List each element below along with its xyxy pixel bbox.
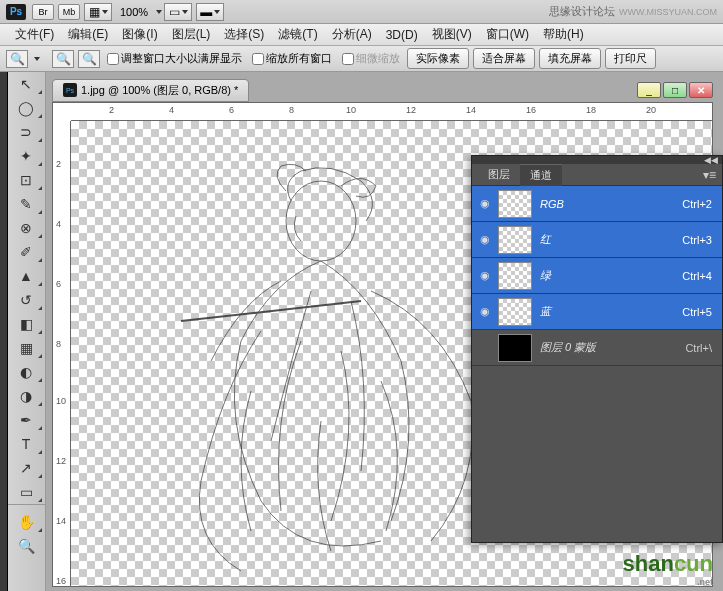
channels-panel: ◀◀ 图层 通道 ▾≡ ◉ RGB Ctrl+2 ◉ 红 Ctrl+3 ◉ 绿 … xyxy=(471,155,723,543)
menu-file[interactable]: 文件(F) xyxy=(8,26,61,43)
menu-filter[interactable]: 滤镜(T) xyxy=(271,26,324,43)
ruler-vertical: 246810121416 xyxy=(53,121,71,586)
minimize-button[interactable]: _ xyxy=(637,82,661,98)
brush-tool[interactable]: ✐ xyxy=(8,240,44,264)
crop-tool[interactable]: ⊡ xyxy=(8,168,44,192)
toolbox: ↖ ◯ ⊃ ✦ ⊡ ✎ ⊗ ✐ ▲ ↺ ◧ ▦ ◐ ◑ ✒ T ↗ ▭ ✋ 🔍 xyxy=(8,72,46,591)
document-title: 1.jpg @ 100% (图层 0, RGB/8) * xyxy=(81,83,238,98)
menu-edit[interactable]: 编辑(E) xyxy=(61,26,115,43)
channel-thumb xyxy=(498,298,532,326)
close-button[interactable]: ✕ xyxy=(689,82,713,98)
view-extras-dropdown[interactable]: ▦ xyxy=(84,3,112,21)
marquee-tool[interactable]: ◯ xyxy=(8,96,44,120)
visibility-icon[interactable]: ◉ xyxy=(476,195,494,213)
maximize-button[interactable]: □ xyxy=(663,82,687,98)
history-brush-tool[interactable]: ↺ xyxy=(8,288,44,312)
menu-analysis[interactable]: 分析(A) xyxy=(325,26,379,43)
zoom-out-button[interactable]: 🔍 xyxy=(78,50,100,68)
visibility-icon[interactable]: ◉ xyxy=(476,303,494,321)
arrange-dropdown[interactable]: ▭ xyxy=(164,3,192,21)
gradient-tool[interactable]: ▦ xyxy=(8,336,44,360)
menu-window[interactable]: 窗口(W) xyxy=(479,26,536,43)
visibility-icon[interactable] xyxy=(476,339,494,357)
menu-3d[interactable]: 3D(D) xyxy=(379,28,425,42)
channel-blue[interactable]: ◉ 蓝 Ctrl+5 xyxy=(472,294,722,330)
stamp-tool[interactable]: ▲ xyxy=(8,264,44,288)
panel-menu-icon[interactable]: ▾≡ xyxy=(703,168,716,182)
ruler-horizontal: 2468101214161820 xyxy=(71,103,712,121)
ps-doc-icon: Ps xyxy=(63,83,77,97)
zoom-in-button[interactable]: 🔍 xyxy=(52,50,74,68)
hand-tool[interactable]: ✋ xyxy=(8,510,44,534)
pen-tool[interactable]: ✒ xyxy=(8,408,44,432)
panel-grip[interactable]: ◀◀ xyxy=(472,156,722,164)
channel-green[interactable]: ◉ 绿 Ctrl+4 xyxy=(472,258,722,294)
chevron-down-icon xyxy=(156,10,162,14)
channel-thumb xyxy=(498,262,532,290)
channel-thumb xyxy=(498,190,532,218)
artwork-image xyxy=(121,141,521,581)
eyedropper-tool[interactable]: ✎ xyxy=(8,192,44,216)
actual-pixels-button[interactable]: 实际像素 xyxy=(407,48,469,69)
channel-layer-mask[interactable]: 图层 0 蒙版 Ctrl+\ xyxy=(472,330,722,366)
zoom-all-checkbox[interactable]: 缩放所有窗口 xyxy=(252,51,332,66)
move-tool[interactable]: ↖ xyxy=(8,72,44,96)
minibridge-button[interactable]: Mb xyxy=(58,4,80,20)
menu-image[interactable]: 图像(I) xyxy=(115,26,164,43)
zoom-level[interactable]: 100% xyxy=(120,6,148,18)
app-titlebar: Ps Br Mb ▦ 100% ▭ ▬ 思缘设计论坛 WWW.MISSYUAN.… xyxy=(0,0,723,24)
zoom-tool-icon[interactable]: 🔍 xyxy=(6,50,28,68)
document-tab-bar: Ps 1.jpg @ 100% (图层 0, RGB/8) * _ □ ✕ xyxy=(52,78,723,102)
bridge-button[interactable]: Br xyxy=(32,4,54,20)
menu-select[interactable]: 选择(S) xyxy=(217,26,271,43)
menu-layer[interactable]: 图层(L) xyxy=(165,26,218,43)
wand-tool[interactable]: ✦ xyxy=(8,144,44,168)
fit-screen-button[interactable]: 适合屏幕 xyxy=(473,48,535,69)
photoshop-logo-icon: Ps xyxy=(6,4,26,20)
lasso-tool[interactable]: ⊃ xyxy=(8,120,44,144)
svg-point-0 xyxy=(286,181,356,261)
collapse-icon[interactable]: ◀◀ xyxy=(704,155,718,165)
window-controls: _ □ ✕ xyxy=(635,82,713,98)
dodge-tool[interactable]: ◑ xyxy=(8,384,44,408)
eraser-tool[interactable]: ◧ xyxy=(8,312,44,336)
channel-red[interactable]: ◉ 红 Ctrl+3 xyxy=(472,222,722,258)
visibility-icon[interactable]: ◉ xyxy=(476,267,494,285)
path-tool[interactable]: ↗ xyxy=(8,456,44,480)
menu-help[interactable]: 帮助(H) xyxy=(536,26,591,43)
menu-bar: 文件(F) 编辑(E) 图像(I) 图层(L) 选择(S) 滤镜(T) 分析(A… xyxy=(0,24,723,46)
options-bar: 🔍 🔍 🔍 调整窗口大小以满屏显示 缩放所有窗口 细微缩放 实际像素 适合屏幕 … xyxy=(0,46,723,72)
type-tool[interactable]: T xyxy=(8,432,44,456)
panel-tabs: 图层 通道 ▾≡ xyxy=(472,164,722,186)
channel-thumb xyxy=(498,226,532,254)
scrubby-zoom-checkbox[interactable]: 细微缩放 xyxy=(342,51,400,66)
channel-thumb xyxy=(498,334,532,362)
brand-text: 思缘设计论坛 xyxy=(549,4,615,19)
menu-view[interactable]: 视图(V) xyxy=(425,26,479,43)
print-size-button[interactable]: 打印尺 xyxy=(605,48,656,69)
tab-layers[interactable]: 图层 xyxy=(478,164,520,185)
watermark: shancun .net xyxy=(623,551,713,587)
toolbox-strip xyxy=(0,72,8,591)
panel-empty-area xyxy=(472,366,722,542)
blur-tool[interactable]: ◐ xyxy=(8,360,44,384)
zoom-tool[interactable]: 🔍 xyxy=(8,534,44,558)
visibility-icon[interactable]: ◉ xyxy=(476,231,494,249)
healing-tool[interactable]: ⊗ xyxy=(8,216,44,240)
brand-url: WWW.MISSYUAN.COM xyxy=(619,7,717,17)
chevron-down-icon xyxy=(34,57,40,61)
tab-channels[interactable]: 通道 xyxy=(520,164,562,186)
shape-tool[interactable]: ▭ xyxy=(8,480,44,504)
fill-screen-button[interactable]: 填充屏幕 xyxy=(539,48,601,69)
channel-rgb[interactable]: ◉ RGB Ctrl+2 xyxy=(472,186,722,222)
resize-window-checkbox[interactable]: 调整窗口大小以满屏显示 xyxy=(107,51,242,66)
document-tab[interactable]: Ps 1.jpg @ 100% (图层 0, RGB/8) * xyxy=(52,79,249,102)
screen-mode-dropdown[interactable]: ▬ xyxy=(196,3,224,21)
